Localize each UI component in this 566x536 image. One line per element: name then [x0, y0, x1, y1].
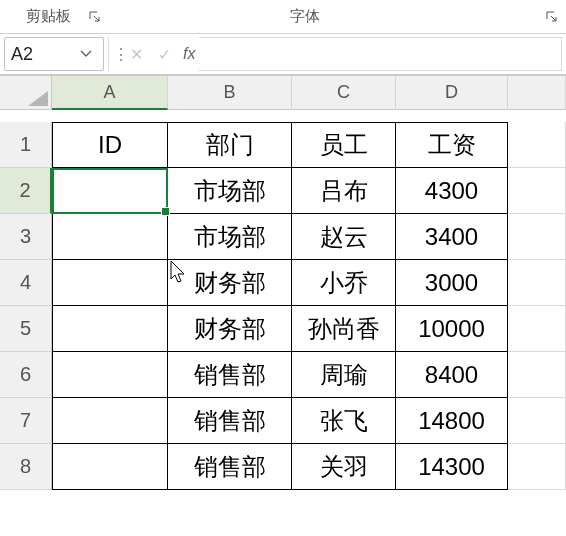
- cell[interactable]: 小乔: [292, 260, 396, 306]
- cell[interactable]: 3400: [396, 214, 508, 260]
- cell[interactable]: ID: [52, 122, 168, 168]
- column-header[interactable]: C: [292, 76, 396, 110]
- row-header[interactable]: 1: [0, 122, 52, 168]
- cell[interactable]: 销售部: [168, 444, 292, 490]
- cell[interactable]: [508, 260, 566, 306]
- select-all-corner[interactable]: [0, 76, 52, 110]
- column-header[interactable]: A: [52, 76, 168, 110]
- cell[interactable]: [52, 444, 168, 490]
- ribbon-strip: 剪贴板 字体: [0, 0, 566, 34]
- column-header[interactable]: D: [396, 76, 508, 110]
- cell[interactable]: 销售部: [168, 352, 292, 398]
- formula-buttons: ⋮ ✕ ✓ fx: [108, 37, 195, 71]
- cell[interactable]: 工资: [396, 122, 508, 168]
- cell[interactable]: 4300: [396, 168, 508, 214]
- cell[interactable]: 3000: [396, 260, 508, 306]
- ribbon-group-label-clipboard: 剪贴板: [16, 7, 81, 26]
- cell[interactable]: 部门: [168, 122, 292, 168]
- cell[interactable]: [508, 306, 566, 352]
- cell[interactable]: 员工: [292, 122, 396, 168]
- cell[interactable]: 市场部: [168, 168, 292, 214]
- cell[interactable]: [52, 306, 168, 352]
- separator-icon: ⋮: [113, 45, 121, 64]
- row-header[interactable]: 5: [0, 306, 52, 352]
- cell[interactable]: 关羽: [292, 444, 396, 490]
- name-box[interactable]: A2: [4, 37, 104, 71]
- cell[interactable]: 财务部: [168, 306, 292, 352]
- cell[interactable]: 市场部: [168, 214, 292, 260]
- cell-selected[interactable]: [52, 168, 168, 214]
- cell[interactable]: 吕布: [292, 168, 396, 214]
- cell[interactable]: 张飞: [292, 398, 396, 444]
- cell[interactable]: 周瑜: [292, 352, 396, 398]
- row-header[interactable]: 2: [0, 168, 52, 214]
- formula-bar: A2 ⋮ ✕ ✓ fx: [0, 34, 566, 76]
- cell[interactable]: [508, 214, 566, 260]
- cell[interactable]: 8400: [396, 352, 508, 398]
- row-header[interactable]: 6: [0, 352, 52, 398]
- cell[interactable]: 孙尚香: [292, 306, 396, 352]
- row-header[interactable]: 4: [0, 260, 52, 306]
- spreadsheet-grid: A B C D 1 ID 部门 员工 工资 2 市场部 吕布 4300 3 市场…: [0, 76, 566, 490]
- row-header[interactable]: 3: [0, 214, 52, 260]
- cell[interactable]: [508, 444, 566, 490]
- cell[interactable]: 赵云: [292, 214, 396, 260]
- dialog-launcher-icon[interactable]: [544, 9, 560, 25]
- row-header[interactable]: 8: [0, 444, 52, 490]
- cell[interactable]: [508, 122, 566, 168]
- cell[interactable]: [52, 352, 168, 398]
- column-header[interactable]: [508, 76, 566, 110]
- cell[interactable]: [508, 398, 566, 444]
- formula-input[interactable]: [199, 37, 562, 71]
- cell[interactable]: 10000: [396, 306, 508, 352]
- enter-formula-button[interactable]: ✓: [151, 39, 177, 69]
- cancel-formula-button[interactable]: ✕: [123, 39, 149, 69]
- name-box-value: A2: [11, 44, 33, 65]
- cell[interactable]: 14800: [396, 398, 508, 444]
- cell[interactable]: [52, 214, 168, 260]
- cell[interactable]: 销售部: [168, 398, 292, 444]
- cell[interactable]: 财务部: [168, 260, 292, 306]
- row-header[interactable]: 7: [0, 398, 52, 444]
- fx-icon[interactable]: fx: [183, 45, 195, 63]
- column-header[interactable]: B: [168, 76, 292, 110]
- cell[interactable]: 14300: [396, 444, 508, 490]
- cell[interactable]: [508, 352, 566, 398]
- cell[interactable]: [52, 260, 168, 306]
- dialog-launcher-icon[interactable]: [87, 9, 103, 25]
- ribbon-group-font: 字体: [280, 0, 330, 33]
- chevron-down-icon[interactable]: [75, 39, 97, 69]
- cell[interactable]: [52, 398, 168, 444]
- cell[interactable]: [508, 168, 566, 214]
- ribbon-group-clipboard: 剪贴板: [0, 0, 103, 33]
- ribbon-group-label-font: 字体: [280, 7, 330, 26]
